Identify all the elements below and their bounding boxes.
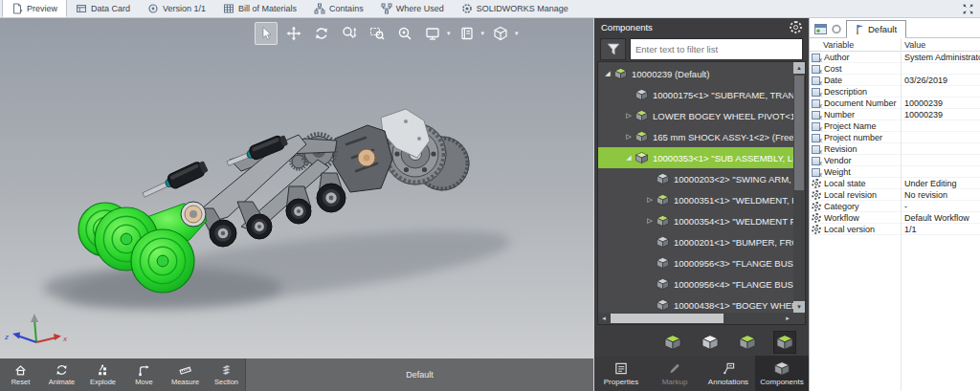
property-name: Workflow <box>824 213 859 223</box>
property-row[interactable]: Local stateUnder Editing <box>810 178 980 189</box>
property-name: Author <box>824 53 850 62</box>
horizontal-scroll-thumb[interactable] <box>611 314 724 323</box>
tree-item[interactable]: ▷10000354<1> "WELDMENT FRONT SWINGA <box>598 210 793 231</box>
tab-data-card[interactable]: Data Card <box>67 0 139 17</box>
filter-button[interactable] <box>600 38 626 60</box>
property-row[interactable]: Date03/26/2019 <box>810 75 980 86</box>
tab-version[interactable]: Version 1/1 <box>139 0 214 17</box>
zoom-in-out-button[interactable] <box>338 22 361 45</box>
manage-logo-icon <box>461 3 473 14</box>
solidworks-pdm-preview-window: Preview Data Card Version 1/1 Bill of Ma… <box>0 0 980 391</box>
zoom-in-out-icon <box>342 26 357 41</box>
configuration-strip[interactable]: Default <box>245 358 593 391</box>
tab-solidworks-manage[interactable]: SOLIDWORKS Manage <box>453 0 577 17</box>
property-row[interactable]: Local revisionNo revision <box>810 189 980 201</box>
property-row[interactable]: AuthorSystem Administrator <box>810 52 980 63</box>
appearance-button[interactable] <box>456 22 479 45</box>
property-row[interactable]: Cost <box>810 63 980 75</box>
property-row[interactable]: WorkflowDefault Workflow <box>810 212 980 224</box>
reset-button[interactable]: Reset <box>0 358 41 391</box>
view-orientation-dropdown-icon[interactable]: ▾ <box>515 30 519 37</box>
viewer-action-bar: Reset Animate Explode Move Measure Secti… <box>0 358 593 391</box>
tree-item[interactable]: ▷LOWER BOGEY WHEEL PIVOT<1> (Default-_fl… <box>598 105 793 126</box>
property-row[interactable]: Description <box>810 86 980 98</box>
property-row[interactable]: Local version1/1 <box>810 224 980 235</box>
property-value: Under Editing <box>901 179 980 188</box>
show-all-components-icon[interactable] <box>773 331 796 354</box>
select-tool-button[interactable] <box>255 22 278 45</box>
property-row[interactable]: Revision <box>810 143 980 155</box>
display-style-button[interactable] <box>421 22 444 45</box>
property-row[interactable]: Project number <box>810 132 980 143</box>
expand-icon[interactable]: ▷ <box>623 112 635 119</box>
part-icon <box>657 278 669 290</box>
show-open-parts-icon[interactable] <box>699 331 722 354</box>
horizontal-scrollbar[interactable]: ◄ ► <box>598 313 793 324</box>
expand-panel-icon[interactable] <box>963 4 973 14</box>
tree-item[interactable]: 10000956<4> "FLANGE BUSHING 16x20x10 <box>598 273 793 294</box>
property-row[interactable]: Vendor <box>810 155 980 166</box>
vertical-scroll-thumb[interactable] <box>794 76 804 190</box>
tab-default-config[interactable]: Default <box>846 20 906 38</box>
3d-viewport[interactable]: x z ▾ ▾ ▾ <box>0 18 593 358</box>
property-row[interactable]: Project Name <box>810 120 980 132</box>
vertical-scrollbar[interactable]: ▲ ▼ <box>793 62 805 313</box>
panel-settings-gear-icon[interactable] <box>790 21 802 33</box>
measure-button[interactable]: Measure <box>165 358 206 391</box>
expand-icon[interactable]: ▷ <box>644 196 656 204</box>
property-row[interactable]: Category- <box>810 201 980 212</box>
suspension-assembly-model[interactable]: x z <box>0 18 593 358</box>
tree-item[interactable]: 10000203<2> "SWING ARM, FRONT" (Defau <box>598 168 793 189</box>
rotate-tool-button[interactable] <box>310 22 333 45</box>
tab-properties[interactable]: Properties <box>594 356 648 391</box>
zoom-fit-button[interactable] <box>393 22 416 45</box>
tab-where-used[interactable]: Where Used <box>372 0 453 17</box>
section-button[interactable]: Section <box>206 358 247 391</box>
explode-button[interactable]: Explode <box>82 358 123 391</box>
appearance-dropdown-icon[interactable]: ▾ <box>481 30 485 37</box>
scroll-right-icon[interactable]: ► <box>782 313 793 324</box>
tree-item[interactable]: 10000438<1> "BOGEY WHEEL, 130mm" (Def <box>598 294 793 313</box>
tab-bill-of-materials[interactable]: Bill of Materials <box>214 0 305 17</box>
components-panel-header: Components <box>594 18 809 35</box>
filter-input[interactable] <box>630 38 803 60</box>
expand-icon[interactable]: ◢ <box>602 70 613 77</box>
tab-annotations[interactable]: Annotations <box>702 356 755 391</box>
tree-item-selected[interactable]: ◢10000353<1> "SUB ASSEMBLY, LH FRONT SUS… <box>598 147 793 168</box>
show-assemblies-icon[interactable] <box>661 331 684 354</box>
tree-item[interactable]: ◢10000239 (Default) <box>598 63 793 84</box>
expand-icon[interactable]: ◢ <box>623 154 635 162</box>
display-style-dropdown-icon[interactable]: ▾ <box>447 30 451 37</box>
pan-tool-button[interactable] <box>282 22 305 45</box>
expand-icon[interactable]: ▷ <box>644 217 656 225</box>
property-name: Revision <box>824 144 858 154</box>
data-card-small-icon[interactable] <box>814 24 827 34</box>
refresh-circle-icon[interactable] <box>831 24 842 34</box>
property-row[interactable]: Weight <box>810 166 980 178</box>
tree-item[interactable]: 10000175<1> "SUBFRAME, TRANSMISSION SID <box>598 84 793 105</box>
tab-contains[interactable]: Contains <box>305 0 372 17</box>
tree-item[interactable]: ▷10000351<1> "WELDMENT, FRONT BOGEY W <box>598 189 793 210</box>
property-row[interactable]: Document Number10000239 <box>810 98 980 109</box>
tab-components[interactable]: Components <box>755 356 809 391</box>
variable-icon <box>812 98 821 108</box>
scroll-up-icon[interactable]: ▲ <box>793 62 805 74</box>
tree-item[interactable]: 10000201<1> "BUMPER, FRONT SUSPENSIO <box>598 231 793 252</box>
part-icon <box>657 236 669 248</box>
tree-item[interactable]: 10000956<3> "FLANGE BUSHING 16x20x10 <box>598 252 793 273</box>
scroll-left-icon[interactable]: ◄ <box>598 313 610 324</box>
tab-markup[interactable]: Markup <box>648 356 702 391</box>
tree-item[interactable]: ▷165 mm SHOCK ASSY-1<2> (Free-_flexible1… <box>598 126 793 147</box>
expand-icon[interactable]: ▷ <box>623 133 635 141</box>
show-subassemblies-icon[interactable] <box>736 331 759 354</box>
zoom-area-button[interactable] <box>366 22 389 45</box>
view-orientation-button[interactable] <box>489 22 512 45</box>
move-button[interactable]: Move <box>123 358 165 391</box>
property-row[interactable]: Number10000239 <box>810 109 980 120</box>
tab-preview[interactable]: Preview <box>2 0 67 17</box>
animate-button[interactable]: Animate <box>41 358 82 391</box>
config-tab-label: Default <box>868 24 897 34</box>
property-name: Weight <box>824 167 851 177</box>
tab-label: Version 1/1 <box>163 4 206 13</box>
scroll-down-icon[interactable]: ▼ <box>793 301 805 313</box>
